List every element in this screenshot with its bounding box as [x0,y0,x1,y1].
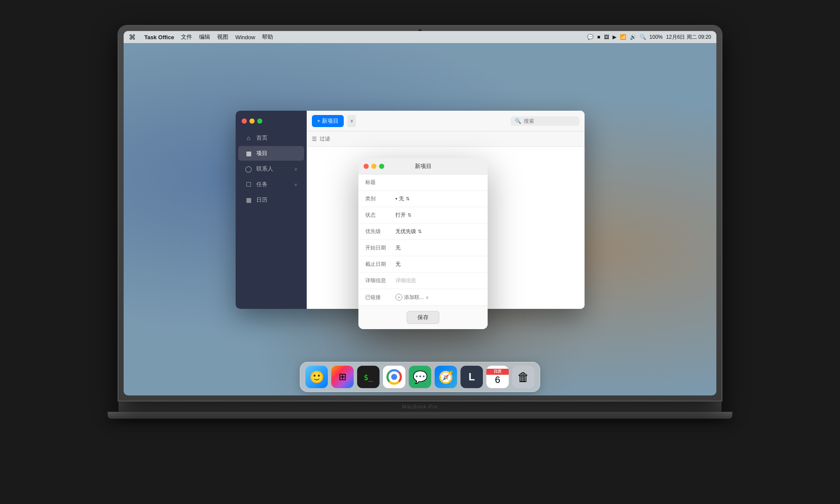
filter-icon: ☰ [312,136,317,142]
menubar-edit[interactable]: 编辑 [199,33,210,41]
tasks-icon: ☐ [245,181,252,188]
macbook-label: MacBook Pro [402,404,438,410]
search-input[interactable] [524,118,576,124]
dialog-row-linked: 已链接 + 添加联... ∨ [358,289,488,305]
dock: 🙂 ⊞ $_ 💬 [300,362,540,392]
calendar-icon: ▦ [245,196,252,203]
dialog-label-status: 状态 [365,212,395,219]
category-dot: • [395,196,397,202]
menubar-datetime: 12月6日 周二 09:20 [666,34,711,41]
sidebar-item-projects[interactable]: ▦ 项目 [238,146,304,161]
menubar-wifi-icon: 📶 [620,34,626,40]
menubar-media-icon: ▶ [613,34,616,40]
dialog-row-details: 详细信息 详细信息 [358,273,488,289]
window-minimize-button[interactable] [249,118,255,124]
dialog-close-button[interactable] [364,164,369,169]
toolbar: + 新项目 ∨ 🔍 [307,111,585,131]
dock-chrome-icon[interactable] [383,366,405,388]
filter-bar: ☰ 过滤 [307,131,585,147]
app-name[interactable]: Task Office [144,34,174,40]
sidebar-item-tasks[interactable]: ☐ 任务 ∨ [238,177,304,192]
dialog-row-end-date: 截止日期 无 [358,256,488,273]
menubar-search-icon[interactable]: 🔍 [640,34,646,40]
menubar-window[interactable]: Window [235,34,255,40]
sidebar-item-home[interactable]: ⌂ 首页 [238,131,304,145]
apple-menu-icon[interactable]: ⌘ [129,33,136,41]
dialog-minimize-button[interactable] [371,164,376,169]
macbook-computer: ⌘ Task Office 文件 编辑 视图 Window 帮助 💬 ■ 🖼 ▶… [118,26,722,478]
sidebar: ⌂ 首页 ▦ 项目 ◯ 联系人 ∨ ☐ [236,111,307,309]
contacts-icon: ◯ [245,165,252,172]
dock-safari-icon[interactable]: 🧭 [435,366,457,388]
dialog-value-start-date[interactable]: 无 [395,244,401,252]
dialog-value-category[interactable]: • 无 ⇅ [395,195,410,202]
sidebar-label-calendar: 日历 [256,196,268,204]
dock-container: 🙂 ⊞ $_ 💬 [124,358,716,395]
dock-wechat-icon[interactable]: 💬 [409,366,431,388]
dialog-traffic-lights [364,164,384,169]
window-close-button[interactable] [242,118,247,124]
new-item-dropdown-button[interactable]: ∨ [347,115,356,127]
search-icon: 🔍 [515,118,521,124]
projects-icon: ▦ [245,150,252,157]
dock-task-icon[interactable]: L [460,366,483,388]
sidebar-label-contacts: 联系人 [256,165,273,173]
menubar-task-icon: ■ [597,34,600,40]
new-item-button[interactable]: + 新项目 [312,115,344,127]
dock-launchpad-icon[interactable]: ⊞ [331,366,354,388]
menubar-volume-icon: 🔊 [630,34,636,40]
sidebar-item-calendar[interactable]: ▦ 日历 [238,193,304,207]
home-icon: ⌂ [245,134,252,141]
menubar-help[interactable]: 帮助 [262,33,273,41]
add-contact-button[interactable]: + 添加联... ∨ [395,294,429,301]
linked-chevron-icon: ∨ [426,295,429,300]
sidebar-label-home: 首页 [256,134,268,142]
menubar-right: 💬 ■ 🖼 ▶ 📶 🔊 🔍 100% 12月6日 周二 09:20 [587,34,711,41]
macbook-lid: ⌘ Task Office 文件 编辑 视图 Window 帮助 💬 ■ 🖼 ▶… [118,26,722,401]
dialog-row-start-date: 开始日期 无 [358,240,488,256]
dialog-footer: 保存 [358,305,488,329]
menubar-view[interactable]: 视图 [217,33,228,41]
menubar: ⌘ Task Office 文件 编辑 视图 Window 帮助 💬 ■ 🖼 ▶… [124,31,716,43]
menubar-file[interactable]: 文件 [181,33,192,41]
dialog-row-category: 类别 • 无 ⇅ [358,191,488,207]
dock-finder-icon[interactable]: 🙂 [305,366,328,388]
dock-terminal-icon[interactable]: $_ [357,366,380,388]
sidebar-navigation: ⌂ 首页 ▦ 项目 ◯ 联系人 ∨ ☐ [236,127,307,211]
dialog-label-category: 类别 [365,195,395,202]
sidebar-item-contacts[interactable]: ◯ 联系人 ∨ [238,162,304,176]
filter-label[interactable]: 过滤 [320,135,330,143]
save-button[interactable]: 保存 [407,311,439,324]
dialog-title: 新项目 [415,162,432,170]
window-controls [236,114,307,127]
dialog-body: 标题 类别 • 无 ⇅ 状态 [358,174,488,305]
screen: ⌘ Task Office 文件 编辑 视图 Window 帮助 💬 ■ 🖼 ▶… [124,31,716,395]
dialog-value-status[interactable]: 打开 ⇅ [395,212,411,219]
menubar-photo-icon: 🖼 [604,34,609,40]
search-bar: 🔍 [510,116,579,126]
new-item-dialog: 新项目 标题 类别 • 无 ⇅ [358,158,488,329]
dialog-row-status: 状态 打开 ⇅ [358,207,488,224]
dock-trash-icon[interactable]: 🗑 [512,366,535,388]
menubar-battery: 100% [650,34,663,40]
dialog-value-priority[interactable]: 无优先级 ⇅ [395,228,422,235]
dialog-label-end-date: 截止日期 [365,261,395,268]
status-stepper-icon[interactable]: ⇅ [408,212,411,218]
dialog-label-title: 标题 [365,179,395,186]
dialog-value-details[interactable]: 详细信息 [395,277,416,284]
dialog-value-end-date[interactable]: 无 [395,261,401,268]
sidebar-label-tasks: 任务 [256,180,268,188]
dialog-maximize-button[interactable] [379,164,384,169]
priority-stepper-icon[interactable]: ⇅ [418,229,422,234]
category-stepper-icon[interactable]: ⇅ [406,196,410,202]
dock-calendar-app-icon[interactable]: 日历 6 [486,366,509,388]
dialog-label-linked: 已链接 [365,294,395,301]
contacts-chevron-icon: ∨ [294,167,297,171]
window-maximize-button[interactable] [257,118,262,124]
tasks-chevron-icon: ∨ [294,182,297,187]
dialog-titlebar: 新项目 [358,158,488,174]
dialog-row-priority: 优先级 无优先级 ⇅ [358,224,488,240]
dialog-label-priority: 优先级 [365,228,395,235]
menubar-left: ⌘ Task Office 文件 编辑 视图 Window 帮助 [129,33,587,41]
dialog-input-title[interactable] [395,180,481,186]
